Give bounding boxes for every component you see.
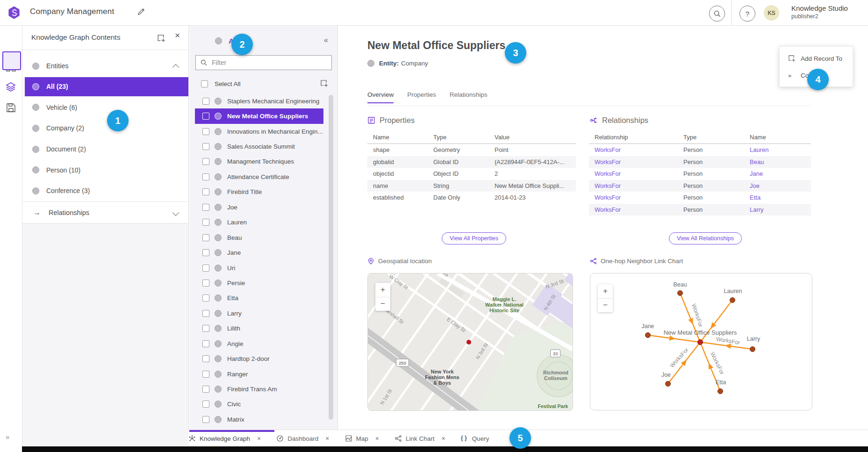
help-icon[interactable]: ?: [739, 6, 755, 22]
scrollbar[interactable]: [329, 95, 333, 420]
entity-type-row[interactable]: All (23): [25, 77, 188, 96]
record-list-item[interactable]: Beau: [195, 230, 323, 245]
record-list-item[interactable]: Lauren: [195, 215, 323, 230]
checkbox[interactable]: [202, 173, 209, 180]
add-record-icon[interactable]: [320, 79, 328, 87]
table-cell-link[interactable]: WorksFor: [589, 180, 678, 192]
entity-type-row[interactable]: Company (2): [22, 118, 188, 139]
record-list-item[interactable]: Ranger: [195, 366, 323, 381]
close-icon[interactable]: ×: [257, 435, 261, 442]
filter-input[interactable]: [211, 58, 331, 67]
tab-overview[interactable]: Overview: [367, 91, 394, 103]
record-list-item[interactable]: Civic: [195, 397, 323, 412]
record-list-item[interactable]: Managment Techniques: [195, 154, 323, 169]
record-list-item[interactable]: Attendance Certificate: [195, 169, 323, 184]
save-icon[interactable]: [6, 102, 16, 113]
zoom-out-button[interactable]: −: [375, 297, 390, 311]
record-list-item[interactable]: Lilith: [195, 321, 323, 336]
checkbox[interactable]: [202, 188, 209, 195]
checkbox[interactable]: [202, 113, 209, 120]
checkbox[interactable]: [202, 310, 209, 317]
tab-relationships[interactable]: Relationships: [450, 91, 488, 103]
neighbor-node[interactable]: [646, 333, 651, 338]
layers-icon[interactable]: [5, 81, 16, 93]
menu-item-add-record-to[interactable]: Add Record To: [780, 51, 853, 65]
table-cell-link[interactable]: Etta: [744, 192, 811, 204]
user-name[interactable]: Knowledge Studio: [791, 4, 848, 12]
checkbox[interactable]: [202, 416, 209, 423]
app-logo-icon[interactable]: [7, 6, 21, 19]
bottom-tab-map[interactable]: Map×: [345, 435, 379, 442]
checkbox[interactable]: [202, 355, 209, 362]
checkbox[interactable]: [202, 386, 209, 393]
table-cell-link[interactable]: WorksFor: [589, 192, 678, 204]
map-view[interactable]: W Clay StSaN 3rd StW Marshall StE Clay S…: [367, 273, 573, 411]
checkbox[interactable]: [202, 219, 209, 226]
checkbox[interactable]: [202, 371, 209, 378]
neighbor-node[interactable]: [730, 298, 735, 303]
checkbox[interactable]: [202, 204, 209, 211]
record-list-item[interactable]: Angie: [195, 336, 323, 351]
layers-icon[interactable]: [6, 54, 16, 65]
entities-section-header[interactable]: Entities: [22, 56, 188, 76]
record-list-item[interactable]: Firebird Title: [195, 185, 323, 200]
neighbor-node[interactable]: [666, 381, 671, 387]
zoom-out-button[interactable]: −: [598, 299, 613, 313]
neighbor-node[interactable]: [678, 291, 683, 296]
record-list-item[interactable]: Persie: [195, 275, 323, 290]
center-node[interactable]: [698, 340, 703, 345]
table-cell-link[interactable]: Joe: [744, 180, 811, 192]
record-list-item[interactable]: Hardtop 2-door: [195, 351, 323, 366]
entity-type-row[interactable]: Person (10): [22, 159, 188, 180]
avatar[interactable]: KS: [764, 5, 779, 21]
checkbox[interactable]: [202, 325, 209, 332]
record-list-item[interactable]: Innovations in Mechanical Engin...: [195, 124, 323, 139]
table-cell-link[interactable]: Beau: [744, 156, 811, 168]
record-list-item[interactable]: New Metal Office Suppliers: [195, 108, 323, 123]
select-all-checkbox[interactable]: [201, 80, 208, 87]
record-list-item[interactable]: Jane: [195, 245, 323, 260]
bottom-tab-knowledge-graph[interactable]: Knowledge Graph×: [188, 435, 261, 442]
close-icon[interactable]: ×: [441, 435, 445, 442]
bottom-tab-dashboard[interactable]: Dashboard×: [276, 435, 329, 442]
checkbox[interactable]: [202, 249, 209, 256]
record-list-item[interactable]: Joe: [195, 200, 323, 215]
link-chart-view[interactable]: WorksForWorksForWorksForWorksForBeauLaur…: [590, 273, 812, 410]
table-cell-link[interactable]: WorksFor: [589, 168, 678, 180]
record-list-item[interactable]: Staplers Mechanical Engineering: [195, 93, 323, 108]
table-cell-link[interactable]: WorksFor: [589, 144, 678, 156]
relationships-section-header[interactable]: → Relationships: [22, 201, 188, 223]
collapse-panel-icon[interactable]: «: [324, 36, 327, 44]
add-record-type-icon[interactable]: [157, 34, 165, 43]
checkbox[interactable]: [202, 234, 209, 241]
checkbox[interactable]: [202, 294, 209, 301]
record-list-item[interactable]: Uri: [195, 260, 323, 275]
close-icon[interactable]: ×: [375, 435, 379, 442]
expand-rail-icon[interactable]: »: [6, 433, 8, 441]
checkbox[interactable]: [202, 280, 209, 287]
table-cell-link[interactable]: Larry: [744, 204, 811, 216]
view-all-relationships-button[interactable]: View All Relationships: [669, 232, 742, 244]
checkbox[interactable]: [202, 265, 209, 272]
record-list-item[interactable]: Larry: [195, 306, 323, 321]
entity-type-row[interactable]: Document (2): [22, 139, 188, 160]
link-chart-zoom-control[interactable]: + −: [598, 284, 613, 312]
bottom-tab-link-chart[interactable]: Link Chart×: [395, 435, 445, 442]
close-icon[interactable]: ×: [325, 435, 329, 442]
neighbor-node[interactable]: [718, 389, 723, 394]
view-all-properties-button[interactable]: View All Properties: [442, 232, 506, 244]
table-cell-link[interactable]: Lauren: [744, 144, 811, 156]
tab-properties[interactable]: Properties: [407, 91, 436, 103]
entity-type-row[interactable]: Conference (3): [22, 180, 188, 201]
close-icon[interactable]: ×: [175, 30, 180, 41]
map-zoom-control[interactable]: + −: [375, 283, 390, 311]
edit-icon[interactable]: [137, 7, 145, 16]
entity-type-row[interactable]: Vehicle (6): [22, 97, 188, 118]
neighbor-node[interactable]: [750, 347, 755, 352]
checkbox[interactable]: [202, 128, 209, 135]
checkbox[interactable]: [202, 158, 209, 165]
checkbox[interactable]: [202, 98, 209, 105]
bottom-tab-query[interactable]: { }Query: [461, 435, 489, 442]
table-cell-link[interactable]: Jane: [744, 168, 811, 180]
record-list-item[interactable]: Sales Associate Summit: [195, 139, 323, 154]
